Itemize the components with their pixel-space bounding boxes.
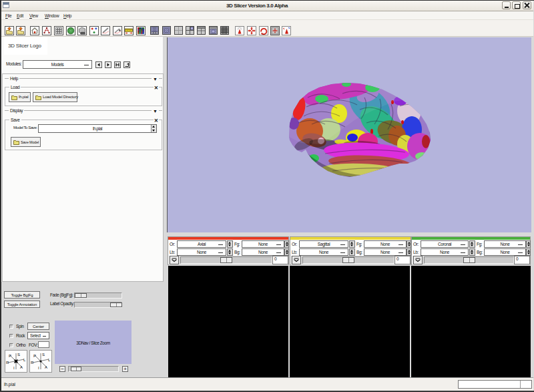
svg-text:L: L xyxy=(48,358,51,362)
svg-text:S: S xyxy=(42,353,45,357)
svg-text:A: A xyxy=(20,365,23,369)
svg-text:A: A xyxy=(45,365,47,369)
svg-text:P: P xyxy=(9,354,11,358)
svg-text:R: R xyxy=(6,361,9,365)
svg-text:I: I xyxy=(13,366,15,370)
svg-text:R: R xyxy=(31,361,34,365)
svg-text:L: L xyxy=(23,358,26,362)
svg-text:I: I xyxy=(38,366,39,370)
svg-text:P: P xyxy=(33,354,36,358)
svg-text:S: S xyxy=(17,353,20,357)
